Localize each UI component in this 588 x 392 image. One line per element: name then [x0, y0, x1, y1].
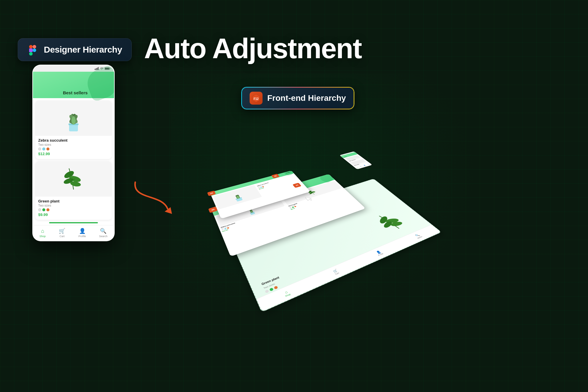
cart-icon: 🛒 — [59, 228, 65, 234]
product-card-zebra: Zebra succulent Two sizes $12.99 — [35, 100, 112, 159]
svg-rect-3 — [33, 45, 36, 48]
mini-nav-profile: 👤 Profile — [363, 165, 367, 167]
la-nav-shop: ⌂ Shop — [283, 289, 291, 297]
product-sizes-zebra: Two sizes — [38, 143, 109, 146]
nav-label-shop: Shop — [39, 235, 46, 238]
svg-rect-7 — [95, 69, 96, 70]
product-price-green: $9.99 — [38, 212, 109, 217]
nav-item-cart[interactable]: 🛒 Cart — [59, 228, 65, 238]
svg-text:F12: F12 — [253, 97, 259, 100]
mini-shop-label: Shop — [357, 167, 359, 168]
svg-marker-27 — [165, 207, 172, 214]
la-nav-cart: 🛒 Cart — [332, 269, 340, 275]
nav-item-shop[interactable]: ⌂ Shop — [39, 228, 46, 238]
svg-point-4 — [33, 48, 36, 52]
best-sellers-label: Best sellers — [36, 90, 114, 95]
nav-item-profile[interactable]: 👤 Profile — [78, 228, 86, 238]
frontend-hierarchy-badge: F12 Front-end Hierarchy — [241, 87, 355, 110]
nav-label-profile: Profile — [78, 235, 86, 238]
shop-icon: ⌂ — [41, 228, 44, 234]
color-dots-green — [38, 208, 109, 211]
product-info-green: Green plant Two sizes $9.99 — [35, 197, 112, 220]
svg-marker-5 — [253, 94, 260, 102]
phone-bottom-bar — [49, 222, 98, 223]
nav-label-search: Search — [99, 235, 108, 238]
phone-bottom-nav: ⌂ Shop 🛒 Cart 👤 Profile 🔍 Search — [33, 225, 114, 241]
product-image-zebra — [35, 100, 112, 136]
mini-nav-search: 🔍 Search — [367, 164, 371, 165]
color-dots-zebra — [38, 148, 109, 150]
svg-rect-1 — [29, 48, 33, 52]
color-dot — [38, 208, 41, 211]
fe12-icon: F12 — [250, 92, 263, 105]
mini-cart-label: Cart — [361, 167, 363, 167]
svg-rect-0 — [29, 45, 33, 48]
iso-mini-phone: sellers Zebra succulent Green plant ⌂ Sh… — [339, 151, 372, 169]
color-dot — [38, 148, 41, 150]
phone-mockup: Best sellers Zebra succulent Two sizes — [32, 65, 115, 241]
designer-hierarchy-badge: Designer Hierarchy — [18, 38, 132, 61]
product-name-zebra: Zebra succulent — [38, 138, 109, 143]
main-title: Auto Adjustment — [144, 32, 362, 65]
mini-nav-shop: ⌂ Shop — [356, 167, 359, 169]
succulent-plant-svg — [60, 103, 87, 134]
iso-layers: Green plant Two sizes ⌂ Shop 🛒 Cart 👤 — [188, 147, 461, 325]
frontend-hierarchy-title: Front-end Hierarchy — [267, 93, 346, 103]
designer-hierarchy-title: Designer Hierarchy — [44, 45, 122, 55]
color-dot — [46, 148, 49, 150]
arrow-svg — [126, 176, 179, 217]
phone-header: Best sellers — [33, 72, 114, 98]
layer-a-nav: ⌂ Shop 🛒 Cart 👤 Profile 🔍 Search — [257, 225, 441, 311]
color-dot — [46, 208, 49, 211]
product-name-green: Green plant — [38, 199, 109, 203]
search-icon: 🔍 — [100, 228, 106, 234]
svg-point-20 — [71, 116, 76, 125]
mini-profile-label: Profile — [364, 165, 367, 166]
product-info-zebra: Zebra succulent Two sizes $12.99 — [35, 136, 112, 159]
nav-label-cart: Cart — [60, 235, 65, 238]
la-nav-search: 🔍 Search — [414, 233, 423, 239]
layer-c-succulent-svg — [227, 190, 249, 204]
la-nav-profile: 👤 Profile — [375, 250, 384, 256]
product-sizes-green: Two sizes — [38, 204, 109, 207]
mini-nav-cart: 🛒 Cart — [360, 166, 363, 167]
mini-search-label: Search — [368, 164, 371, 165]
product-card-green: Green plant Two sizes $9.99 — [35, 161, 112, 220]
nav-item-search[interactable]: 🔍 Search — [99, 228, 108, 238]
product-image-green — [35, 161, 112, 197]
color-dot — [42, 208, 45, 211]
color-dot — [42, 148, 45, 150]
product-price-zebra: $12.99 — [38, 152, 109, 156]
green-plant-svg — [60, 163, 87, 195]
iso-scene: Green plant Two sizes ⌂ Shop 🛒 Cart 👤 — [188, 103, 482, 338]
figma-icon — [27, 44, 39, 56]
svg-rect-2 — [29, 52, 33, 56]
profile-icon: 👤 — [79, 228, 86, 234]
